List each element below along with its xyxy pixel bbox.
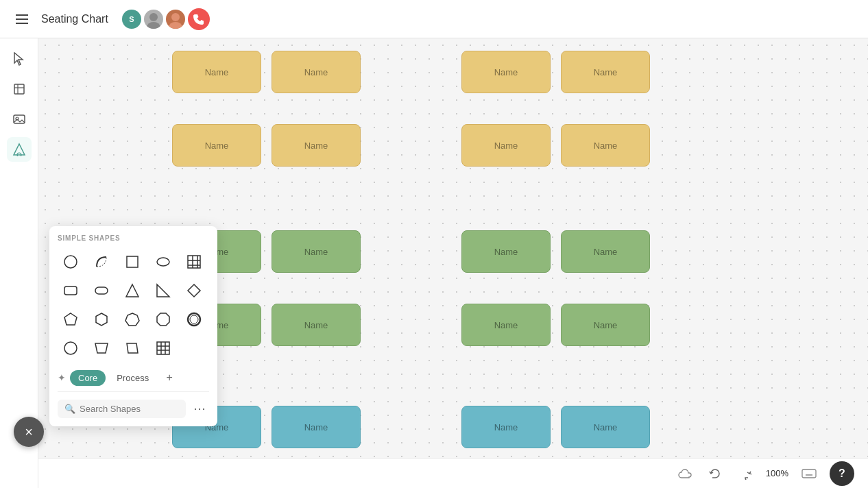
image-tool-icon[interactable]: [7, 107, 32, 132]
circle-shape[interactable]: [58, 249, 84, 275]
heptagon-shape[interactable]: [119, 306, 145, 332]
svg-marker-31: [157, 313, 169, 326]
svg-point-17: [157, 258, 169, 266]
svg-marker-25: [126, 284, 138, 297]
svg-marker-35: [95, 343, 108, 353]
seat-card[interactable]: Name: [561, 406, 650, 448]
right-triangle-shape[interactable]: [150, 278, 176, 304]
seat-card[interactable]: Name: [461, 406, 551, 448]
tab-core[interactable]: Core: [70, 370, 106, 386]
title-bar: Seating Chart S: [41, 8, 210, 30]
close-fab-button[interactable]: ×: [14, 417, 44, 447]
seat-card[interactable]: Name: [172, 51, 261, 93]
help-button[interactable]: ?: [830, 461, 854, 486]
grid-table-shape[interactable]: [181, 249, 207, 275]
seat-card[interactable]: Name: [272, 230, 361, 273]
seat-card[interactable]: Name: [272, 304, 361, 346]
search-row: 🔍 ⋯: [58, 399, 209, 418]
frame-tool-icon[interactable]: [7, 77, 32, 101]
seat-card[interactable]: Name: [461, 124, 551, 167]
seat-card[interactable]: Name: [461, 230, 551, 273]
svg-marker-36: [127, 343, 138, 353]
svg-rect-23: [64, 286, 77, 295]
shapes-tool-icon[interactable]: [7, 137, 32, 162]
table-shape[interactable]: [150, 335, 176, 361]
seat-card[interactable]: Name: [272, 124, 361, 167]
search-input[interactable]: [80, 404, 179, 414]
search-icon: 🔍: [64, 404, 75, 414]
svg-marker-27: [188, 284, 200, 297]
circle2-shape[interactable]: [58, 335, 84, 361]
svg-rect-11: [14, 115, 25, 123]
rounded-rect-shape[interactable]: [58, 278, 84, 304]
seat-card[interactable]: Name: [272, 406, 361, 448]
svg-point-33: [190, 315, 198, 324]
trapezoid-shape[interactable]: [88, 335, 114, 361]
avatar-s: S: [122, 10, 141, 29]
parallelogram-shape[interactable]: [119, 335, 145, 361]
svg-marker-26: [157, 284, 169, 297]
svg-rect-16: [127, 256, 138, 267]
redo-button[interactable]: [736, 464, 755, 483]
svg-point-5: [171, 13, 180, 21]
seat-card[interactable]: Name: [461, 304, 551, 346]
search-box: 🔍: [58, 400, 186, 418]
menu-button[interactable]: [11, 8, 33, 30]
square-shape[interactable]: [119, 249, 145, 275]
svg-rect-18: [188, 256, 200, 268]
svg-marker-28: [64, 313, 77, 325]
svg-marker-30: [125, 313, 139, 326]
seat-card[interactable]: Name: [561, 51, 650, 93]
call-button[interactable]: [188, 8, 210, 30]
keyboard-icon[interactable]: [799, 464, 819, 483]
section-title: SIMPLE SHAPES: [58, 234, 209, 242]
document-title: Seating Chart: [41, 13, 108, 25]
panel-tabs: ✦ Core Process +: [58, 369, 209, 392]
seat-card[interactable]: Name: [461, 51, 551, 93]
svg-point-15: [64, 256, 77, 268]
seat-card[interactable]: Name: [561, 124, 650, 167]
bottom-bar: 100% ?: [38, 458, 868, 488]
svg-marker-13: [14, 144, 25, 155]
pentagon-shape[interactable]: [58, 306, 84, 332]
seat-card[interactable]: Name: [272, 51, 361, 93]
svg-rect-37: [157, 342, 169, 354]
wand-icon: ✦: [58, 372, 66, 383]
oval-shape[interactable]: [150, 249, 176, 275]
svg-point-6: [169, 22, 182, 29]
svg-marker-7: [14, 53, 23, 65]
avatar-1: [144, 10, 163, 29]
seat-card[interactable]: Name: [172, 124, 261, 167]
octagon-shape[interactable]: [150, 306, 176, 332]
more-options-button[interactable]: ⋯: [190, 399, 209, 418]
tab-process[interactable]: Process: [108, 370, 157, 386]
seat-card[interactable]: Name: [561, 304, 650, 346]
svg-point-4: [147, 22, 160, 29]
svg-point-34: [64, 342, 77, 354]
select-tool-icon[interactable]: [7, 47, 32, 71]
stadium-shape[interactable]: [88, 278, 114, 304]
cloud-save-icon[interactable]: [675, 464, 695, 483]
svg-point-3: [149, 13, 158, 21]
circle-outline-shape[interactable]: [181, 306, 207, 332]
collaborators: S: [122, 8, 210, 30]
triangle-shape[interactable]: [119, 278, 145, 304]
shapes-panel: SIMPLE SHAPES: [49, 226, 217, 426]
seat-card[interactable]: Name: [561, 230, 650, 273]
avatar-2: [166, 10, 185, 29]
svg-rect-8: [14, 84, 24, 94]
arc-shape[interactable]: [88, 249, 114, 275]
zoom-level: 100%: [766, 468, 788, 478]
svg-rect-42: [802, 469, 816, 478]
svg-marker-29: [96, 313, 107, 326]
undo-button[interactable]: [706, 464, 725, 483]
diamond-shape[interactable]: [181, 278, 207, 304]
shapes-grid: [58, 249, 209, 361]
header: Seating Chart S: [0, 0, 868, 38]
tab-add-button[interactable]: +: [161, 369, 178, 386]
hexagon-shape[interactable]: [88, 306, 114, 332]
svg-rect-24: [95, 287, 108, 294]
